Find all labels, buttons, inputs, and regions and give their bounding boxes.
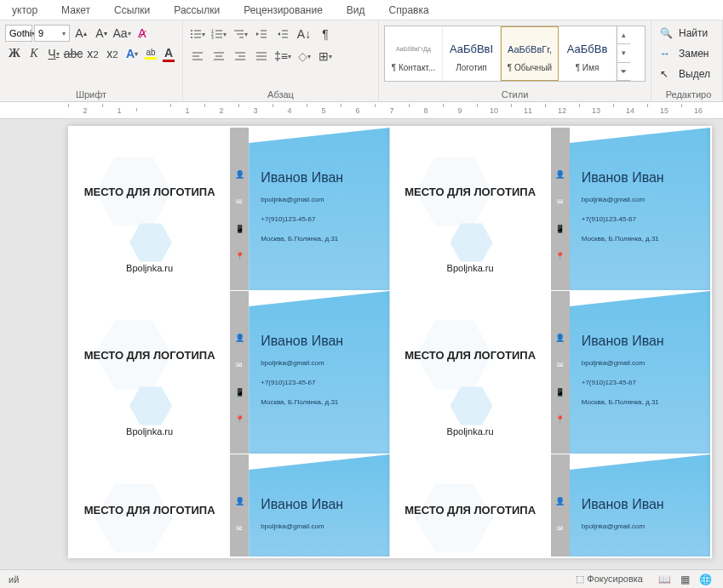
ruler-mark: 3	[238, 106, 273, 115]
style-normal[interactable]: АаБбВвГг, ¶ Обычный	[501, 26, 559, 81]
align-left-button[interactable]	[188, 47, 207, 66]
focus-icon: ⬚	[576, 574, 584, 584]
mail-icon: ✉	[557, 361, 564, 369]
strike-button[interactable]: abc	[64, 44, 83, 63]
focus-mode-button[interactable]: ⬚ Фокусировка	[576, 574, 643, 585]
font-name-combo[interactable]: Gothi ▾	[5, 25, 32, 42]
line-spacing-button[interactable]: ‡≡▾	[273, 47, 292, 66]
clear-format-icon[interactable]: A̷	[133, 24, 152, 43]
person-icon: 👤	[555, 334, 565, 342]
phone-icon: 📱	[555, 225, 565, 233]
increase-indent-button[interactable]	[273, 25, 292, 43]
subscript-button[interactable]: x2	[83, 44, 102, 63]
business-card-front[interactable]: МЕСТО ДЛЯ ЛОГОТИПА Bpoljnka.ru	[70, 291, 229, 454]
status-left: ий	[9, 574, 19, 585]
business-card-back[interactable]: 👤 ✉ 📱 📍 Иванов Иван bpoljnka@gmail.com +…	[551, 128, 710, 290]
business-card-front[interactable]: МЕСТО ДЛЯ ЛОГОТИПА Bpoljnka.ru	[70, 128, 229, 290]
pin-icon: 📍	[235, 252, 244, 260]
card-icon-strip: 👤 ✉ 📱 📍	[551, 128, 570, 290]
card-address: Москва, Б.Полянка, д.31	[582, 398, 698, 406]
justify-button[interactable]	[252, 47, 271, 66]
hexagon-icon	[450, 385, 493, 427]
status-right: ⬚ Фокусировка 📖 ▦ 🌐	[576, 572, 714, 587]
tab-view[interactable]: Вид	[335, 1, 377, 20]
logo-placeholder-text: МЕСТО ДЛЯ ЛОГОТИПА	[405, 186, 536, 198]
card-body: Иванов Иван bpoljnka@gmail.com +7(910)12…	[249, 291, 389, 454]
decrease-font-icon[interactable]: A▾	[92, 24, 111, 43]
mail-icon: ✉	[557, 524, 564, 533]
business-card-back[interactable]: 👤 ✉ 📱 📍 Иванов Иван bpoljnka@gmail.com +…	[230, 128, 389, 290]
highlight-button[interactable]: ab	[142, 44, 159, 63]
web-layout-icon[interactable]: 🌐	[696, 572, 714, 587]
card-body: Иванов Иван bpoljnka@gmail.com +7(910)12…	[570, 291, 710, 454]
style-name-style[interactable]: АаБбВв ¶ Имя	[559, 26, 617, 81]
business-card-front[interactable]: МЕСТО ДЛЯ ЛОГОТИПА	[391, 454, 550, 557]
business-card-front[interactable]: МЕСТО ДЛЯ ЛОГОТИПА Bpoljnka.ru	[391, 291, 550, 454]
ruler[interactable]: 2 1 1 2 3 4 5 6 7 8 9 10 11 12 13 14 15 …	[0, 102, 723, 119]
tab-help[interactable]: Справка	[377, 1, 441, 20]
borders-button[interactable]: ⊞▾	[316, 47, 335, 66]
select-button[interactable]: ↖ Выдел	[660, 65, 717, 83]
superscript-button[interactable]: x2	[103, 44, 122, 63]
ruler-mark: 2	[204, 106, 238, 115]
tab-links[interactable]: Ссылки	[102, 1, 162, 20]
decrease-indent-button[interactable]	[252, 25, 271, 43]
sort-button[interactable]: A↓	[295, 25, 313, 43]
business-card-front[interactable]: МЕСТО ДЛЯ ЛОГОТИПА Bpoljnka.ru	[391, 128, 550, 290]
logo-placeholder-text: МЕСТО ДЛЯ ЛОГОТИПА	[84, 186, 215, 198]
card-phone: +7(910)123-45-67	[582, 379, 698, 386]
card-body: Иванов Иван bpoljnka@gmail.com	[249, 454, 389, 557]
align-center-button[interactable]	[209, 47, 228, 66]
ruler-mark: 16	[681, 106, 715, 115]
show-marks-button[interactable]: ¶	[316, 25, 335, 43]
hexagon-icon	[129, 385, 172, 427]
tab-layout[interactable]: Макет	[49, 1, 102, 20]
ruler-mark: 10	[477, 106, 511, 115]
person-icon: 👤	[235, 334, 244, 342]
shading-button[interactable]: ◇▾	[295, 47, 313, 66]
multilevel-button[interactable]: ▾	[231, 25, 250, 43]
card-email: bpoljnka@gmail.com	[582, 359, 698, 367]
business-card-back[interactable]: 👤 ✉ 📱 📍 Иванов Иван bpoljnka@gmail.com +…	[230, 291, 389, 454]
mail-icon: ✉	[236, 524, 243, 533]
font-size-combo[interactable]: 9 ▾	[34, 25, 70, 42]
phone-icon: 📱	[235, 388, 244, 397]
underline-button[interactable]: Ч▾	[44, 44, 63, 63]
find-button[interactable]: 🔍 Найти	[660, 24, 717, 43]
tab-mailings[interactable]: Рассылки	[162, 1, 232, 20]
bold-button[interactable]: Ж	[5, 44, 24, 63]
read-mode-icon[interactable]: 📖	[655, 572, 674, 587]
tab-review[interactable]: Рецензирование	[232, 1, 335, 20]
document-area[interactable]: МЕСТО ДЛЯ ЛОГОТИПА Bpoljnka.ru 👤 ✉ 📱 📍 И…	[0, 119, 723, 570]
increase-font-icon[interactable]: A▴	[72, 24, 90, 43]
gallery-more-icon[interactable]: ⏷	[617, 63, 630, 81]
font-group-label: Шрифт	[5, 89, 177, 101]
text-effects-button[interactable]: A▾	[123, 44, 141, 63]
tab-constructor[interactable]: уктор	[0, 1, 49, 20]
card-icon-strip: 👤 ✉	[551, 454, 570, 557]
business-card-back[interactable]: 👤 ✉ Иванов Иван bpoljnka@gmail.com	[230, 454, 389, 557]
pin-icon: 📍	[555, 415, 565, 424]
business-card-front[interactable]: МЕСТО ДЛЯ ЛОГОТИПА	[70, 454, 229, 557]
italic-button[interactable]: К	[25, 44, 43, 63]
print-layout-icon[interactable]: ▦	[675, 572, 694, 587]
ruler-mark: 12	[545, 106, 579, 115]
style-logo[interactable]: АаБбВвІ Логотип	[443, 26, 501, 81]
card-email: bpoljnka@gmail.com	[582, 522, 698, 530]
bullets-button[interactable]: ▾	[188, 25, 207, 43]
style-contact[interactable]: АаБбВвГгДд ¶ Контакт...	[385, 26, 443, 81]
numbering-button[interactable]: 123▾	[209, 25, 228, 43]
replace-button[interactable]: ↔ Замен	[660, 44, 717, 63]
change-case-icon[interactable]: Aa▾	[112, 24, 131, 43]
font-color-button[interactable]: A	[160, 44, 177, 63]
business-card-back[interactable]: 👤 ✉ 📱 📍 Иванов Иван bpoljnka@gmail.com +…	[551, 291, 710, 454]
logo-placeholder-text: МЕСТО ДЛЯ ЛОГОТИПА	[84, 349, 215, 362]
gallery-down-icon[interactable]: ▾	[617, 44, 630, 62]
card-body: Иванов Иван bpoljnka@gmail.com +7(910)12…	[249, 128, 389, 290]
gallery-up-icon[interactable]: ▴	[617, 26, 630, 44]
mail-icon: ✉	[236, 361, 243, 369]
style-name: ¶ Обычный	[508, 63, 552, 72]
styles-gallery: АаБбВвГгДд ¶ Контакт... АаБбВвІ Логотип …	[384, 26, 646, 82]
business-card-back[interactable]: 👤 ✉ Иванов Иван bpoljnka@gmail.com	[551, 454, 710, 557]
align-right-button[interactable]	[231, 47, 250, 66]
